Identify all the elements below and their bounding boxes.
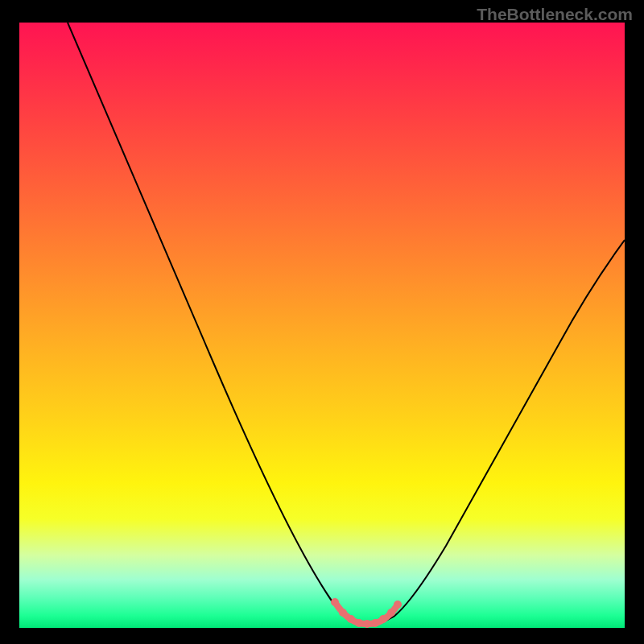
curve-layer xyxy=(19,23,625,628)
plot-area xyxy=(19,23,625,628)
watermark-text: TheBottleneck.com xyxy=(477,5,633,24)
bottleneck-curve xyxy=(68,23,625,624)
optimal-segment xyxy=(331,598,402,628)
